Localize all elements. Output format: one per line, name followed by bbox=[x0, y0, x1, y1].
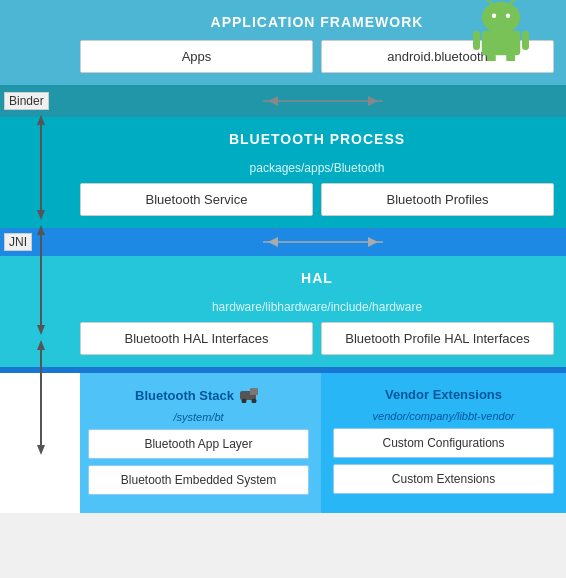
bluetooth-hal-interfaces-box: Bluetooth HAL Interfaces bbox=[80, 322, 313, 355]
svg-marker-11 bbox=[37, 115, 45, 125]
bluetooth-profile-hal-box: Bluetooth Profile HAL Interfaces bbox=[321, 322, 554, 355]
svg-rect-6 bbox=[473, 31, 480, 50]
custom-extensions-box: Custom Extensions bbox=[333, 464, 554, 494]
bottom-section: Bluetooth Stack /system/bt Bluetooth App… bbox=[0, 373, 566, 513]
svg-rect-8 bbox=[487, 53, 496, 62]
svg-marker-23 bbox=[268, 237, 278, 247]
hal-bg: HAL hardware/libhardware/include/hardwar… bbox=[0, 256, 566, 367]
binder-label: Binder bbox=[4, 92, 49, 110]
svg-marker-14 bbox=[37, 225, 45, 235]
bluetooth-stack-title: Bluetooth Stack bbox=[88, 381, 309, 409]
bluetooth-service-box: Bluetooth Service bbox=[80, 183, 313, 216]
bluetooth-stack-sublabel: /system/bt bbox=[88, 409, 309, 429]
hal-sublabel: hardware/libhardware/include/hardware bbox=[80, 296, 554, 322]
svg-rect-26 bbox=[250, 388, 258, 395]
bluetooth-process-title: BLUETOOTH PROCESS bbox=[80, 125, 554, 157]
bluetooth-process-boxes: Bluetooth Service Bluetooth Profiles bbox=[80, 183, 554, 216]
svg-marker-18 bbox=[37, 445, 45, 455]
binder-arrows bbox=[263, 91, 383, 111]
svg-marker-21 bbox=[368, 96, 378, 106]
svg-marker-20 bbox=[268, 96, 278, 106]
apps-box: Apps bbox=[80, 40, 313, 73]
hal-title: HAL bbox=[80, 264, 554, 296]
svg-point-2 bbox=[506, 14, 510, 18]
custom-configurations-box: Custom Configurations bbox=[333, 428, 554, 458]
bluetooth-process-sublabel: packages/apps/Bluetooth bbox=[80, 157, 554, 183]
svg-line-3 bbox=[485, 0, 492, 4]
svg-marker-24 bbox=[368, 237, 378, 247]
bluetooth-app-layer-box: Bluetooth App Layer bbox=[88, 429, 309, 459]
jni-label: JNI bbox=[4, 233, 32, 251]
bluetooth-stack-icon bbox=[240, 387, 262, 403]
svg-point-0 bbox=[482, 2, 521, 34]
svg-point-1 bbox=[492, 14, 496, 18]
vendor-extensions-sublabel: vendor/company/libbt-vendor bbox=[333, 408, 554, 428]
hal-boxes: Bluetooth HAL Interfaces Bluetooth Profi… bbox=[80, 322, 554, 355]
vendor-extensions-col: Vendor Extensions vendor/company/libbt-v… bbox=[321, 373, 566, 513]
svg-line-4 bbox=[510, 0, 517, 4]
svg-marker-12 bbox=[37, 210, 45, 220]
bluetooth-process-section: BLUETOOTH PROCESS packages/apps/Bluetoot… bbox=[0, 117, 566, 228]
bluetooth-process-bg: BLUETOOTH PROCESS packages/apps/Bluetoot… bbox=[0, 117, 566, 228]
android-logo bbox=[466, 0, 536, 60]
svg-rect-5 bbox=[482, 31, 521, 56]
bluetooth-embedded-box: Bluetooth Embedded System bbox=[88, 465, 309, 495]
svg-marker-15 bbox=[37, 325, 45, 335]
svg-rect-7 bbox=[522, 31, 529, 50]
connector-arrows bbox=[0, 60, 82, 540]
svg-marker-17 bbox=[37, 340, 45, 350]
jni-divider: JNI bbox=[0, 228, 566, 256]
hal-section: HAL hardware/libhardware/include/hardwar… bbox=[0, 256, 566, 367]
vendor-extensions-title: Vendor Extensions bbox=[333, 381, 554, 408]
binder-divider: Binder bbox=[0, 85, 566, 117]
diagram-container: APPLICATION FRAMEWORK Apps android.bluet… bbox=[0, 0, 566, 513]
bluetooth-stack-col: Bluetooth Stack /system/bt Bluetooth App… bbox=[80, 373, 321, 513]
svg-rect-9 bbox=[506, 53, 515, 62]
bluetooth-profiles-box: Bluetooth Profiles bbox=[321, 183, 554, 216]
jni-arrows bbox=[263, 233, 383, 251]
